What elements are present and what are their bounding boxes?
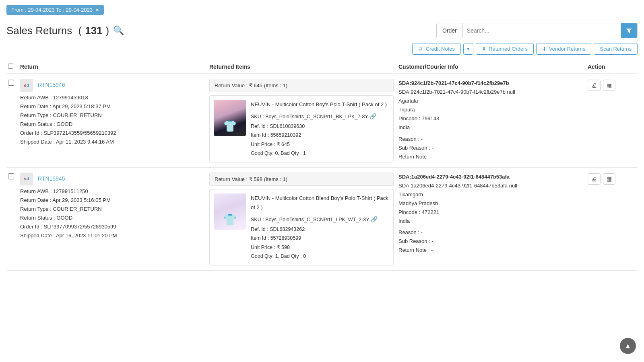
header-row: Sales Returns (131) 🔍 Order	[6, 23, 638, 38]
sub-reason: Sub Reason : -	[398, 144, 588, 152]
customer-id: SDA:924c1f2b-7021-47c4-90b7-f14c2fb29e7b	[398, 79, 588, 88]
table-header: Return Returned Items Customer/Courier I…	[6, 60, 638, 74]
return-status: Return Status : GOOD	[20, 120, 204, 129]
item-detail-box: 👕 NEUVIN - Multicolor Cotton Boy's Polo …	[209, 95, 394, 162]
customer-id-full: SDA:924c1f2b-7021-47c4-90b7-f14c2fb29e7b…	[398, 88, 588, 97]
returned-items-cell: Return Value : ₹ 645 (Items : 1) 👕 NEUVI…	[209, 79, 398, 162]
filter-button[interactable]	[621, 23, 637, 38]
product-name: NEUVIN - Multicolor Cotton Boy's Polo T-…	[251, 100, 387, 109]
customer-id: SDA:1a206ed4-2279-4c43-92f1-648447b53afa	[398, 173, 588, 181]
action-buttons-row: 🖨 Credit Notes ▾ ⬇ Returned Orders ⬇ Ven…	[6, 43, 638, 55]
page-title: Sales Returns (131)	[6, 25, 109, 37]
item-value-box: Return Value : ₹ 645 (Items : 1)	[209, 79, 394, 92]
avatar: sd	[20, 79, 33, 92]
page-search-icon[interactable]: 🔍	[113, 25, 124, 36]
customer-id-full: SDA:1a206ed4-2279-4c43-92f1-648447b53afa…	[398, 181, 588, 190]
return-awb: Return AWB : 127991511250	[20, 187, 204, 196]
filter-icon	[626, 27, 632, 34]
printer-icon: 🖨	[418, 46, 423, 52]
return-info-cell: sd RTN15946 Return AWB : 127991459018 Re…	[20, 79, 209, 147]
return-note: Return Note : -	[398, 152, 588, 161]
close-date-filter-icon[interactable]: ×	[96, 7, 99, 13]
search-input[interactable]	[463, 27, 621, 34]
customer-column-header: Customer/Courier Info	[398, 64, 588, 70]
row-checkbox[interactable]	[8, 80, 14, 86]
reason: Reason : -	[398, 228, 588, 237]
returned-orders-button[interactable]: ⬇ Returned Orders	[476, 43, 534, 55]
vendor-returns-icon: ⬇	[542, 46, 547, 52]
return-awb: Return AWB : 127991459018	[20, 93, 204, 102]
date-filter-label: From : 29-04-2023 To : 29-04-2023	[11, 7, 93, 13]
customer-info-cell: SDA:924c1f2b-7021-47c4-90b7-f14c2fb29e7b…	[398, 79, 588, 161]
table-row: sd RTN15946 Return AWB : 127991459018 Re…	[6, 74, 638, 168]
good-bad-qty: Good Qty: 0, Bad Qty : 1	[251, 149, 387, 158]
product-name: NEUVIN - Multicolor Cotton Blend Boy's P…	[251, 193, 389, 212]
ref-id: Ref. Id : SDL610839630	[251, 122, 387, 131]
returned-items-column-header: Returned Items	[209, 64, 398, 70]
returned-orders-icon: ⬇	[482, 46, 486, 52]
avatar: sd	[20, 173, 33, 185]
return-status: Return Status : GOOD	[20, 214, 204, 222]
shipped-date: Shipped Date : Apr 11, 2023 9:44:16 AM	[20, 138, 204, 146]
sku: SKU : Boys_PoloTshirts_C_SCNPrt1_LPK_WT_…	[251, 214, 389, 224]
row-checkbox[interactable]	[8, 173, 14, 179]
action-cell: 🖨 ▦	[588, 79, 636, 91]
select-all-checkbox[interactable]	[8, 64, 13, 69]
action-column-header: Action	[588, 64, 636, 70]
customer-info-cell: SDA:1a206ed4-2279-4c43-92f1-648447b53afa…	[398, 173, 588, 255]
credit-notes-button[interactable]: 🖨 Credit Notes	[412, 43, 461, 55]
customer-state: Tripura	[398, 105, 588, 114]
return-date: Return Date : Apr 29, 2023 5:18:37 PM	[20, 102, 204, 111]
row-checkbox-cell	[8, 79, 20, 87]
search-order-button[interactable]: Order	[437, 23, 463, 38]
customer-country: India	[398, 123, 588, 132]
table-row: sd RTN15945 Return AWB : 127991511250 Re…	[6, 168, 638, 271]
customer-pincode: Pincode : 472221	[398, 208, 588, 217]
return-type: Return Type : COURIER_RETURN	[20, 205, 204, 214]
sku-link-icon[interactable]: 🔗	[371, 216, 378, 222]
action-cell: 🖨 ▦	[588, 173, 636, 185]
return-date: Return Date : Apr 29, 2023 5:16:05 PM	[20, 196, 204, 205]
sub-reason: Sub Reason : -	[398, 237, 588, 246]
order-id: Order Id : SLP3977099372/55728930599	[20, 222, 204, 231]
sku: SKU : Boys_PoloTshirts_C_SCNPrt1_BK_LPK_…	[251, 111, 387, 121]
row-checkbox-cell	[8, 173, 20, 181]
sku-link-icon[interactable]: 🔗	[369, 113, 376, 119]
reason: Reason : -	[398, 135, 588, 144]
item-value-box: Return Value : ₹ 598 (Items : 1)	[209, 173, 394, 186]
product-image: 👕	[214, 100, 246, 136]
item-id: Item Id : 55728930599	[251, 234, 389, 243]
customer-state: Madhya Pradesh	[398, 199, 588, 208]
return-id-link[interactable]: RTN15946	[38, 80, 65, 90]
return-type: Return Type : COURIER_RETURN	[20, 111, 204, 120]
return-info-cell: sd RTN15945 Return AWB : 127991511250 Re…	[20, 173, 209, 241]
checkbox-header-cell	[8, 64, 20, 70]
return-id-link[interactable]: RTN15945	[38, 174, 65, 184]
customer-country: India	[398, 217, 588, 226]
item-details: NEUVIN - Multicolor Cotton Blend Boy's P…	[251, 193, 389, 261]
return-column-header: Return	[20, 64, 209, 70]
barcode-action-button[interactable]: ▦	[603, 80, 615, 91]
ref-id: Ref. Id : SDL682943262	[251, 225, 389, 234]
date-filter-tag[interactable]: From : 29-04-2023 To : 29-04-2023 ×	[6, 5, 104, 15]
shipped-date: Shipped Date : Apr 16, 2023 11:01:20 PM	[20, 231, 204, 240]
unit-price: Unit Price : ₹ 598	[251, 243, 389, 252]
credit-notes-dropdown-button[interactable]: ▾	[463, 43, 473, 55]
order-id: Order Id : SLP3972143559/55659210392	[20, 129, 204, 138]
customer-city: Tikamgarh	[398, 190, 588, 199]
print-action-button[interactable]: 🖨	[588, 173, 601, 185]
returned-items-cell: Return Value : ₹ 598 (Items : 1) 👕 NEUVI…	[209, 173, 398, 265]
item-detail-box: 👕 NEUVIN - Multicolor Cotton Blend Boy's…	[209, 189, 394, 265]
scan-returns-button[interactable]: Scan Returns	[594, 43, 638, 55]
search-bar: Order	[436, 23, 638, 38]
unit-price: Unit Price : ₹ 645	[251, 140, 387, 149]
return-note: Return Note : -	[398, 246, 588, 255]
good-bad-qty: Good Qty: 1, Bad Qty : 0	[251, 252, 389, 261]
product-image: 👕	[214, 193, 246, 230]
item-id: Item Id : 55659210392	[251, 131, 387, 140]
print-action-button[interactable]: 🖨	[588, 80, 601, 91]
barcode-action-button[interactable]: ▦	[603, 173, 615, 185]
vendor-returns-button[interactable]: ⬇ Vendor Returns	[536, 43, 591, 55]
item-details: NEUVIN - Multicolor Cotton Boy's Polo T-…	[251, 100, 387, 158]
customer-city: Agartala	[398, 97, 588, 105]
